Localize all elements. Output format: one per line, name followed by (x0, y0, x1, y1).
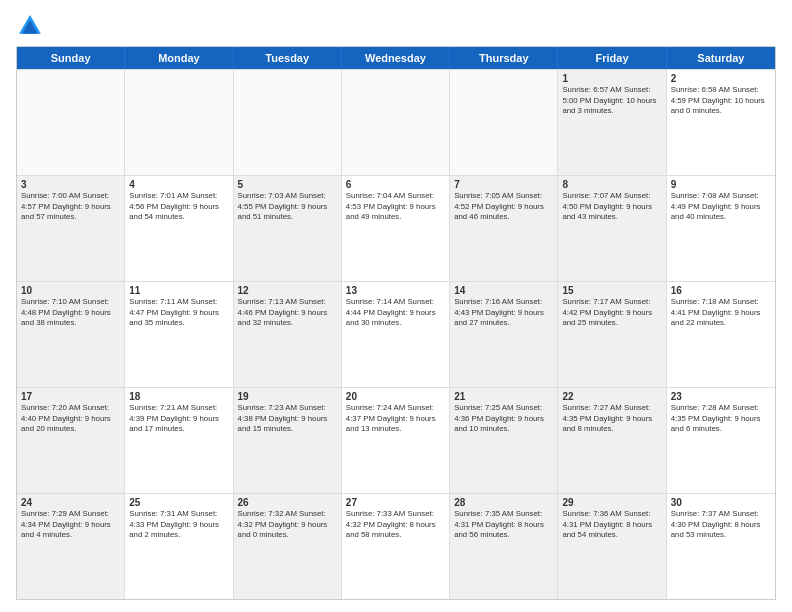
day-number: 6 (346, 179, 445, 190)
calendar-cell-16: 16Sunrise: 7:18 AM Sunset: 4:41 PM Dayli… (667, 282, 775, 387)
calendar-cell-29: 29Sunrise: 7:36 AM Sunset: 4:31 PM Dayli… (558, 494, 666, 599)
calendar-cell-27: 27Sunrise: 7:33 AM Sunset: 4:32 PM Dayli… (342, 494, 450, 599)
day-number: 7 (454, 179, 553, 190)
day-info: Sunrise: 7:23 AM Sunset: 4:38 PM Dayligh… (238, 403, 337, 435)
day-number: 29 (562, 497, 661, 508)
day-number: 27 (346, 497, 445, 508)
calendar-cell-empty-0-2 (234, 70, 342, 175)
day-info: Sunrise: 7:07 AM Sunset: 4:50 PM Dayligh… (562, 191, 661, 223)
day-number: 18 (129, 391, 228, 402)
day-info: Sunrise: 7:13 AM Sunset: 4:46 PM Dayligh… (238, 297, 337, 329)
day-number: 3 (21, 179, 120, 190)
day-info: Sunrise: 7:21 AM Sunset: 4:39 PM Dayligh… (129, 403, 228, 435)
calendar-cell-4: 4Sunrise: 7:01 AM Sunset: 4:56 PM Daylig… (125, 176, 233, 281)
day-number: 2 (671, 73, 771, 84)
calendar-cell-10: 10Sunrise: 7:10 AM Sunset: 4:48 PM Dayli… (17, 282, 125, 387)
logo (16, 12, 48, 40)
day-number: 23 (671, 391, 771, 402)
day-info: Sunrise: 7:36 AM Sunset: 4:31 PM Dayligh… (562, 509, 661, 541)
day-number: 10 (21, 285, 120, 296)
calendar-cell-12: 12Sunrise: 7:13 AM Sunset: 4:46 PM Dayli… (234, 282, 342, 387)
day-number: 19 (238, 391, 337, 402)
calendar-cell-empty-0-4 (450, 70, 558, 175)
day-info: Sunrise: 7:20 AM Sunset: 4:40 PM Dayligh… (21, 403, 120, 435)
calendar-cell-9: 9Sunrise: 7:08 AM Sunset: 4:49 PM Daylig… (667, 176, 775, 281)
day-info: Sunrise: 7:05 AM Sunset: 4:52 PM Dayligh… (454, 191, 553, 223)
day-info: Sunrise: 7:35 AM Sunset: 4:31 PM Dayligh… (454, 509, 553, 541)
day-info: Sunrise: 7:00 AM Sunset: 4:57 PM Dayligh… (21, 191, 120, 223)
day-info: Sunrise: 7:17 AM Sunset: 4:42 PM Dayligh… (562, 297, 661, 329)
day-number: 9 (671, 179, 771, 190)
calendar-cell-empty-0-1 (125, 70, 233, 175)
calendar-cell-25: 25Sunrise: 7:31 AM Sunset: 4:33 PM Dayli… (125, 494, 233, 599)
day-info: Sunrise: 7:10 AM Sunset: 4:48 PM Dayligh… (21, 297, 120, 329)
day-info: Sunrise: 6:57 AM Sunset: 5:00 PM Dayligh… (562, 85, 661, 117)
weekday-header-sunday: Sunday (17, 47, 125, 69)
day-info: Sunrise: 7:29 AM Sunset: 4:34 PM Dayligh… (21, 509, 120, 541)
day-number: 20 (346, 391, 445, 402)
calendar-cell-3: 3Sunrise: 7:00 AM Sunset: 4:57 PM Daylig… (17, 176, 125, 281)
calendar-cell-14: 14Sunrise: 7:16 AM Sunset: 4:43 PM Dayli… (450, 282, 558, 387)
calendar-cell-1: 1Sunrise: 6:57 AM Sunset: 5:00 PM Daylig… (558, 70, 666, 175)
calendar-row-1: 1Sunrise: 6:57 AM Sunset: 5:00 PM Daylig… (17, 69, 775, 175)
calendar-cell-11: 11Sunrise: 7:11 AM Sunset: 4:47 PM Dayli… (125, 282, 233, 387)
logo-icon (16, 12, 44, 40)
day-number: 1 (562, 73, 661, 84)
calendar-row-2: 3Sunrise: 7:00 AM Sunset: 4:57 PM Daylig… (17, 175, 775, 281)
calendar-cell-7: 7Sunrise: 7:05 AM Sunset: 4:52 PM Daylig… (450, 176, 558, 281)
calendar-cell-2: 2Sunrise: 6:58 AM Sunset: 4:59 PM Daylig… (667, 70, 775, 175)
calendar-row-5: 24Sunrise: 7:29 AM Sunset: 4:34 PM Dayli… (17, 493, 775, 599)
calendar-cell-22: 22Sunrise: 7:27 AM Sunset: 4:35 PM Dayli… (558, 388, 666, 493)
calendar-cell-19: 19Sunrise: 7:23 AM Sunset: 4:38 PM Dayli… (234, 388, 342, 493)
calendar-cell-24: 24Sunrise: 7:29 AM Sunset: 4:34 PM Dayli… (17, 494, 125, 599)
calendar-cell-30: 30Sunrise: 7:37 AM Sunset: 4:30 PM Dayli… (667, 494, 775, 599)
calendar-cell-17: 17Sunrise: 7:20 AM Sunset: 4:40 PM Dayli… (17, 388, 125, 493)
calendar-row-3: 10Sunrise: 7:10 AM Sunset: 4:48 PM Dayli… (17, 281, 775, 387)
calendar: SundayMondayTuesdayWednesdayThursdayFrid… (16, 46, 776, 600)
day-number: 5 (238, 179, 337, 190)
day-info: Sunrise: 7:16 AM Sunset: 4:43 PM Dayligh… (454, 297, 553, 329)
calendar-cell-empty-0-3 (342, 70, 450, 175)
weekday-header-thursday: Thursday (450, 47, 558, 69)
day-number: 30 (671, 497, 771, 508)
calendar-cell-23: 23Sunrise: 7:28 AM Sunset: 4:35 PM Dayli… (667, 388, 775, 493)
calendar-cell-28: 28Sunrise: 7:35 AM Sunset: 4:31 PM Dayli… (450, 494, 558, 599)
day-info: Sunrise: 7:03 AM Sunset: 4:55 PM Dayligh… (238, 191, 337, 223)
calendar-cell-20: 20Sunrise: 7:24 AM Sunset: 4:37 PM Dayli… (342, 388, 450, 493)
calendar-cell-21: 21Sunrise: 7:25 AM Sunset: 4:36 PM Dayli… (450, 388, 558, 493)
day-info: Sunrise: 7:14 AM Sunset: 4:44 PM Dayligh… (346, 297, 445, 329)
day-info: Sunrise: 7:24 AM Sunset: 4:37 PM Dayligh… (346, 403, 445, 435)
day-number: 16 (671, 285, 771, 296)
day-number: 22 (562, 391, 661, 402)
calendar-cell-13: 13Sunrise: 7:14 AM Sunset: 4:44 PM Dayli… (342, 282, 450, 387)
day-number: 4 (129, 179, 228, 190)
day-info: Sunrise: 7:31 AM Sunset: 4:33 PM Dayligh… (129, 509, 228, 541)
calendar-cell-empty-0-0 (17, 70, 125, 175)
day-number: 17 (21, 391, 120, 402)
weekday-header-tuesday: Tuesday (234, 47, 342, 69)
day-info: Sunrise: 6:58 AM Sunset: 4:59 PM Dayligh… (671, 85, 771, 117)
weekday-header-wednesday: Wednesday (342, 47, 450, 69)
day-info: Sunrise: 7:04 AM Sunset: 4:53 PM Dayligh… (346, 191, 445, 223)
day-number: 12 (238, 285, 337, 296)
day-number: 25 (129, 497, 228, 508)
day-info: Sunrise: 7:25 AM Sunset: 4:36 PM Dayligh… (454, 403, 553, 435)
calendar-body: 1Sunrise: 6:57 AM Sunset: 5:00 PM Daylig… (17, 69, 775, 599)
weekday-header-saturday: Saturday (667, 47, 775, 69)
day-number: 11 (129, 285, 228, 296)
day-number: 13 (346, 285, 445, 296)
day-number: 15 (562, 285, 661, 296)
calendar-cell-18: 18Sunrise: 7:21 AM Sunset: 4:39 PM Dayli… (125, 388, 233, 493)
day-info: Sunrise: 7:11 AM Sunset: 4:47 PM Dayligh… (129, 297, 228, 329)
day-info: Sunrise: 7:28 AM Sunset: 4:35 PM Dayligh… (671, 403, 771, 435)
calendar-cell-26: 26Sunrise: 7:32 AM Sunset: 4:32 PM Dayli… (234, 494, 342, 599)
day-info: Sunrise: 7:33 AM Sunset: 4:32 PM Dayligh… (346, 509, 445, 541)
day-number: 24 (21, 497, 120, 508)
calendar-row-4: 17Sunrise: 7:20 AM Sunset: 4:40 PM Dayli… (17, 387, 775, 493)
day-info: Sunrise: 7:37 AM Sunset: 4:30 PM Dayligh… (671, 509, 771, 541)
weekday-header-monday: Monday (125, 47, 233, 69)
weekday-header-friday: Friday (558, 47, 666, 69)
day-number: 26 (238, 497, 337, 508)
day-info: Sunrise: 7:01 AM Sunset: 4:56 PM Dayligh… (129, 191, 228, 223)
calendar-cell-8: 8Sunrise: 7:07 AM Sunset: 4:50 PM Daylig… (558, 176, 666, 281)
